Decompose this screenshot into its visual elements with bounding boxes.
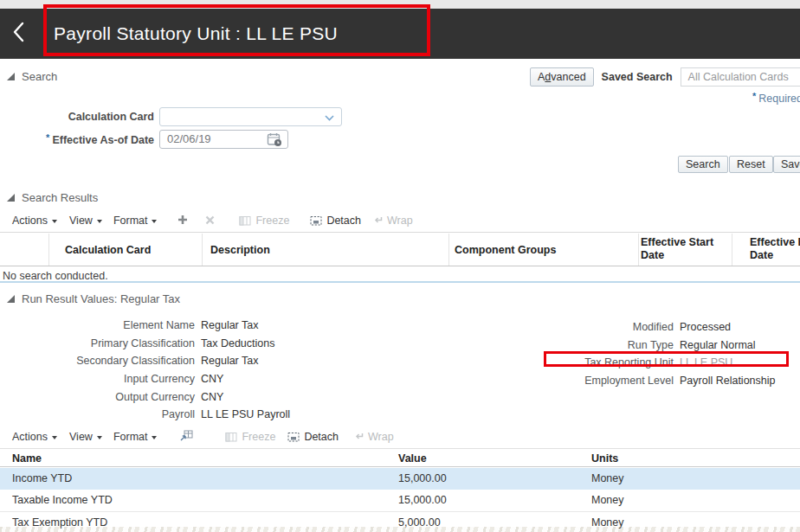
disclosure-triangle-icon (7, 194, 15, 202)
column-header-calculation-card: Calculation Card (65, 244, 151, 256)
effective-date-label: *Effective As-of Date (0, 132, 154, 146)
search-results-header-row: Calculation Card Description Component G… (0, 232, 800, 266)
search-results-title: Search Results (22, 191, 98, 204)
chevron-left-icon (12, 22, 24, 46)
caret-down-icon (152, 436, 157, 439)
app-header: Payroll Statutory Unit : LL LE PSU (0, 9, 800, 59)
output-currency-label: Output Currency (0, 391, 195, 403)
freeze-icon (225, 432, 237, 442)
caret-down-icon (97, 220, 102, 223)
run-type-label: Run Type (485, 339, 674, 351)
freeze-button: Freeze (239, 215, 289, 227)
values-table-header-row: Name Value Units (0, 448, 800, 467)
saved-search-row: Advanced Saved Search All Calculation Ca… (530, 67, 800, 87)
format-menu[interactable]: Format (113, 215, 158, 227)
section-divider (0, 281, 800, 283)
reset-button[interactable]: Reset (729, 156, 773, 173)
table-row-taxable-income-ytd[interactable]: Taxable Income YTD 15,000.00 Money (0, 490, 800, 511)
payroll-label: Payroll (0, 408, 195, 420)
chevron-down-icon (325, 115, 334, 121)
employment-level-label: Employment Level (485, 375, 674, 387)
caret-down-icon (152, 220, 157, 223)
table-row-income-ytd[interactable]: Income YTD 15,000.00 Money (0, 468, 800, 490)
modified-label: Modified (485, 321, 674, 333)
disclosure-triangle-icon (7, 295, 15, 303)
save-button[interactable]: Save (773, 156, 800, 173)
run-result-title: Run Result Values: Regular Tax (22, 292, 180, 305)
primary-classification-label: Primary Classification (0, 337, 195, 349)
actions-menu[interactable]: Actions (12, 431, 57, 443)
element-name-value: Regular Tax (201, 319, 258, 331)
wrap-button: Wrap (353, 431, 394, 443)
calculation-card-select[interactable] (159, 107, 342, 126)
column-header-value: Value (398, 452, 427, 465)
search-section-header[interactable]: Search (7, 70, 57, 83)
input-currency-label: Input Currency (0, 373, 195, 385)
format-menu[interactable]: Format (113, 431, 158, 443)
advanced-button[interactable]: Advanced (530, 67, 594, 87)
column-header-effective-end-date: Effective End Date (750, 236, 800, 262)
caret-down-icon (52, 436, 57, 439)
column-header-units: Units (591, 452, 618, 465)
required-asterisk: * (752, 91, 756, 101)
run-result-toolbar: Actions View Format Freeze Detach Wrap (0, 427, 800, 446)
saved-search-select[interactable]: All Calculation Cards (681, 67, 800, 87)
detach-icon (310, 215, 322, 226)
search-section-title: Search (22, 70, 57, 83)
secondary-classification-value: Regular Tax (201, 355, 258, 367)
input-currency-value: CNY (201, 373, 223, 385)
secondary-classification-label: Secondary Classification (0, 355, 195, 367)
primary-classification-value: Tax Deductions (201, 337, 274, 349)
element-name-label: Element Name (0, 319, 195, 331)
watermark-band (0, 527, 800, 532)
search-button[interactable]: Search (678, 156, 728, 173)
search-results-toolbar: Actions View Format Freeze Detach Wrap (0, 211, 800, 230)
detach-button[interactable]: Detach (310, 215, 361, 227)
back-button[interactable] (9, 21, 28, 47)
effective-date-input[interactable]: 02/06/19 (159, 130, 288, 149)
modified-value: Processed (680, 321, 731, 333)
output-currency-value: CNY (201, 391, 223, 403)
values-table-body: Income YTD 15,000.00 Money Taxable Incom… (0, 468, 800, 532)
view-menu[interactable]: View (69, 215, 102, 227)
column-header-description: Description (210, 244, 270, 256)
column-header-effective-start-date: Effective Start Date (641, 236, 727, 262)
top-strip (0, 0, 800, 9)
wrap-button: Wrap (372, 215, 413, 227)
actions-menu[interactable]: Actions (12, 215, 57, 227)
freeze-button: Freeze (225, 431, 275, 443)
column-header-name: Name (12, 452, 42, 465)
wrap-icon (372, 216, 383, 225)
run-result-left-fields: Element NameRegular Tax Primary Classifi… (0, 317, 290, 424)
payroll-statutory-unit-page: Payroll Statutory Unit : LL LE PSU Searc… (0, 0, 800, 532)
detach-button[interactable]: Detach (287, 431, 339, 443)
delete-row-button (205, 213, 215, 228)
detach-icon (287, 432, 300, 442)
wrap-icon (353, 433, 364, 441)
tax-reporting-unit-value: LL LE PSU (680, 356, 732, 369)
run-result-right-fields: ModifiedProcessed Run TypeRegular Normal… (485, 318, 775, 389)
required-hint: *Required (752, 91, 800, 105)
page-title: Payroll Statutory Unit : LL LE PSU (54, 23, 338, 44)
employment-level-value: Payroll Relationship (680, 375, 775, 387)
caret-down-icon (97, 436, 102, 439)
run-type-value: Regular Normal (680, 339, 756, 351)
calendar-icon[interactable] (267, 132, 283, 152)
calculation-card-label: Calculation Card (0, 111, 154, 123)
disclosure-triangle-icon (7, 73, 15, 80)
saved-search-label: Saved Search (602, 71, 673, 83)
search-results-section-header[interactable]: Search Results (7, 191, 98, 204)
export-icon (180, 430, 193, 441)
caret-down-icon (52, 220, 57, 223)
export-button[interactable] (180, 429, 193, 445)
add-row-button[interactable] (177, 213, 188, 228)
empty-results-message: No search conducted. (3, 270, 108, 282)
tax-reporting-unit-label: Tax Reporting Unit (485, 356, 674, 369)
required-asterisk: * (46, 132, 49, 143)
effective-date-value: 02/06/19 (167, 132, 211, 145)
column-header-component-groups: Component Groups (455, 244, 556, 256)
payroll-value: LL LE PSU Payroll (201, 408, 290, 420)
view-menu[interactable]: View (69, 431, 102, 443)
freeze-icon (239, 215, 251, 226)
run-result-section-header[interactable]: Run Result Values: Regular Tax (7, 292, 180, 305)
